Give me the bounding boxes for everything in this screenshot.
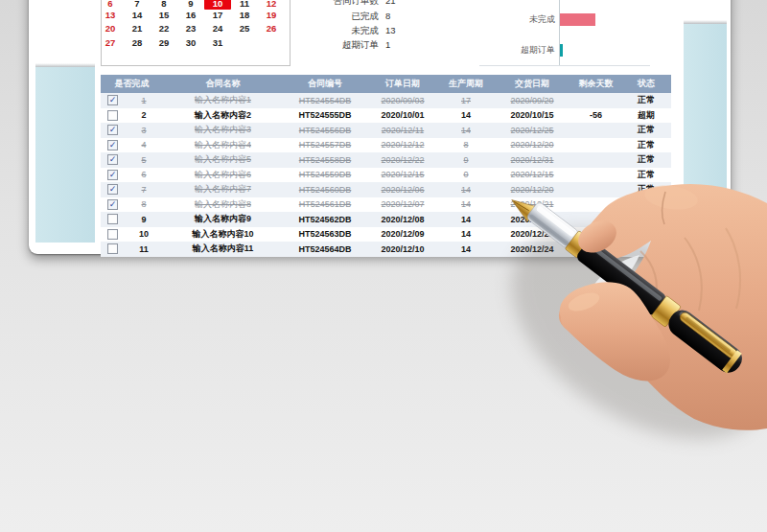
table-row: ✓1输入名称内容1HT524554DB2020/09/03172020/09/2… — [101, 93, 671, 108]
left-accent-strip — [35, 67, 95, 243]
cell-num: 1 — [125, 96, 163, 105]
calendar-day[interactable]: 24 — [204, 22, 231, 35]
cell-cycle: 14 — [438, 215, 494, 224]
stat-value: 1 — [385, 38, 418, 51]
cell-name: 输入名称内容7 — [163, 183, 283, 196]
stat-label: 合同订单数 — [264, 0, 379, 7]
calendar-day[interactable]: 27 — [97, 36, 124, 49]
pen-center-band — [651, 295, 681, 327]
cell-status: 正常 — [621, 139, 671, 151]
checkbox-cell: ✓ — [101, 154, 125, 165]
cell-cycle: 14 — [438, 199, 494, 209]
row-checkbox-checked[interactable]: ✓ — [107, 170, 118, 180]
calendar-day[interactable]: 31 — [204, 36, 231, 49]
cell-delivery: 2020/12/20 — [494, 185, 570, 195]
cell-delivery: 2020/12/23 — [494, 229, 570, 239]
pen-end-ring — [722, 350, 742, 373]
row-checkbox-checked[interactable]: ✓ — [107, 199, 118, 210]
checkbox-cell: ✓ — [101, 125, 125, 135]
calendar-day[interactable]: 30 — [177, 36, 204, 49]
template-card: 6789101112131415161718192021222324252627… — [29, 0, 731, 254]
cell-code: HT524560DB — [283, 185, 367, 195]
cell-num: 2 — [125, 110, 163, 120]
calendar-day[interactable]: 28 — [124, 36, 151, 49]
calendar-day[interactable]: 23 — [177, 22, 204, 35]
right-accent-strip — [684, 24, 727, 243]
chart-x-axis — [479, 65, 650, 66]
cell-delivery: 2020/12/22 — [494, 215, 570, 224]
pen-cap-sheen — [679, 312, 738, 359]
cell-cycle: 14 — [438, 244, 494, 254]
right-strip-fold-shadow — [684, 20, 727, 24]
cell-order-date: 2020/12/12 — [367, 140, 438, 150]
cell-name: 输入名称内容5 — [163, 153, 283, 166]
cell-delivery: 2020/12/20 — [494, 140, 570, 150]
row-checkbox-unchecked[interactable] — [107, 214, 118, 224]
table-row: ✓8输入名称内容8HT524561DB2020/12/07142020/12/2… — [101, 197, 671, 213]
thumb-highlight — [566, 289, 601, 315]
cell-cycle: 9 — [438, 155, 494, 165]
stat-label: 未完成 — [264, 24, 379, 36]
cell-delivery: 2020/12/15 — [494, 170, 570, 179]
cell-name: 输入名称内容11 — [163, 243, 283, 255]
cell-order-date: 2020/12/15 — [367, 170, 438, 179]
cell-order-date: 2020/09/03 — [367, 96, 438, 105]
cell-delivery: 2020/10/15 — [494, 110, 570, 120]
cell-name: 输入名称内容9 — [163, 213, 283, 225]
cell-remaining: -56 — [570, 110, 621, 120]
cell-num: 10 — [125, 229, 163, 239]
cell-cycle: 14 — [438, 185, 494, 195]
row-checkbox-unchecked[interactable] — [107, 243, 118, 254]
row-checkbox-unchecked[interactable] — [107, 110, 118, 121]
chart-category-label: 未完成 — [459, 13, 555, 26]
calendar-day[interactable]: 25 — [231, 22, 258, 35]
cell-num: 9 — [125, 215, 163, 224]
cell-code: HT524554DB — [283, 96, 367, 105]
cell-status: 超期 — [621, 109, 671, 122]
calendar-day[interactable]: 29 — [151, 36, 177, 49]
cell-status: 正常 — [621, 124, 671, 136]
cell-num: 3 — [125, 126, 163, 135]
desktop-background: { "calendar": { "weeks": [ ["6","7","8",… — [0, 0, 767, 532]
calendar-day[interactable]: 20 — [97, 22, 124, 35]
calendar-day[interactable]: 16 — [177, 9, 204, 21]
cell-delivery: 2020/12/24 — [494, 244, 570, 254]
table-row: ✓6输入名称内容6HT524559DB2020/12/1502020/12/15… — [101, 168, 671, 183]
cell-cycle: 14 — [438, 110, 494, 120]
orders-table: 是否完成 合同名称 合同编号 订单日期 生产周期 交货日期 剩余天数 状态 ✓1… — [101, 75, 671, 257]
checkbox-cell — [101, 110, 125, 121]
cell-num: 7 — [125, 185, 163, 195]
cell-cycle: 14 — [438, 229, 494, 239]
stat-label: 已完成 — [264, 10, 379, 22]
checkbox-cell — [101, 243, 125, 254]
calendar-day[interactable]: 18 — [231, 9, 258, 21]
calendar-day[interactable]: 22 — [151, 22, 177, 35]
cell-name: 输入名称内容8 — [163, 198, 283, 211]
cell-delivery: 2020/12/25 — [494, 126, 570, 135]
row-checkbox-unchecked[interactable] — [107, 229, 118, 240]
calendar-day[interactable]: 13 — [97, 9, 124, 21]
calendar-day[interactable]: 21 — [124, 22, 151, 35]
calendar-day[interactable]: 17 — [204, 9, 231, 21]
column-header-done: 是否完成 — [101, 78, 163, 90]
cell-cycle: 14 — [438, 126, 494, 135]
column-header-delivery-date: 交货日期 — [494, 78, 570, 90]
cell-order-date: 2020/12/22 — [367, 155, 438, 165]
row-checkbox-checked[interactable]: ✓ — [107, 184, 118, 195]
cell-num: 6 — [125, 170, 163, 179]
cell-num: 5 — [125, 155, 163, 165]
table-row: 10输入名称内容10HT524563DB2020/12/09142020/12/… — [101, 227, 671, 243]
cell-status: 正常 — [621, 169, 671, 181]
cell-code: HT524559DB — [283, 170, 367, 179]
table-row: 2输入名称内容2HT524555DB2020/10/01142020/10/15… — [101, 108, 671, 124]
row-checkbox-checked[interactable]: ✓ — [107, 140, 118, 150]
calendar-day[interactable]: 15 — [151, 9, 177, 21]
middle-finger-crease — [640, 251, 657, 301]
cell-code: HT524564DB — [283, 244, 367, 254]
table-row: ✓7输入名称内容7HT524560DB2020/12/06142020/12/2… — [101, 182, 671, 197]
row-checkbox-checked[interactable]: ✓ — [107, 95, 118, 105]
checkbox-cell — [101, 229, 125, 240]
row-checkbox-checked[interactable]: ✓ — [107, 125, 118, 135]
calendar-day[interactable]: 14 — [124, 9, 151, 21]
row-checkbox-checked[interactable]: ✓ — [107, 154, 118, 165]
